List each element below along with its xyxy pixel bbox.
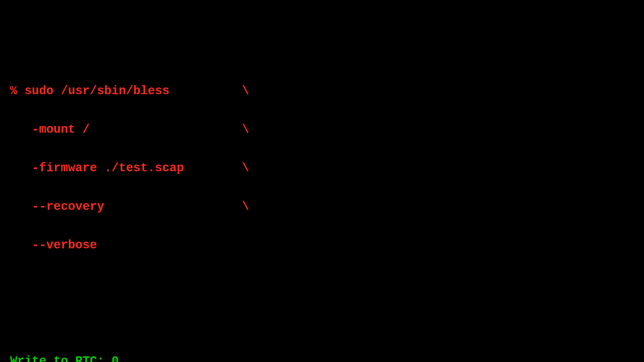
terminal-output: % sudo /usr/sbin/bless \ -mount / \ -fir… [10, 62, 644, 362]
command-line-3: -firmware ./test.scap \ [10, 159, 644, 178]
command-line-1: % sudo /usr/sbin/bless \ [10, 81, 644, 101]
output-line-1: Write to RTC: 0 [10, 352, 644, 362]
command-line-4: --recovery \ [10, 197, 644, 217]
command-line-5: --verbose [10, 236, 644, 255]
command-line-2: -mount / \ [10, 120, 644, 139]
